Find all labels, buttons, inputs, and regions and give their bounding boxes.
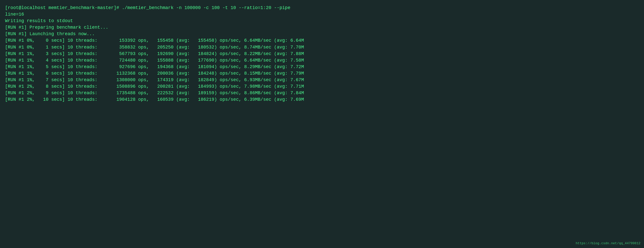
watermark: https://blog.csdn.net/qq_44799812 <box>576 241 640 246</box>
terminal-line-5: [RUN #1 0%, 0 secs] 10 threads: 153392 o… <box>5 37 639 44</box>
terminal-line-9: [RUN #1 1%, 5 secs] 10 threads: 927696 o… <box>5 64 639 70</box>
terminal-line-12: [RUN #1 2%, 8 secs] 10 threads: 1508896 … <box>5 83 639 90</box>
terminal-line-7: [RUN #1 1%, 3 secs] 10 threads: 567793 o… <box>5 51 639 57</box>
terminal-line-10: [RUN #1 1%, 6 secs] 10 threads: 1132368 … <box>5 70 639 77</box>
terminal-line-11: [RUN #1 1%, 7 secs] 10 threads: 1308000 … <box>5 77 639 83</box>
terminal-line-0: [root@localhost memtier_benchmark-master… <box>5 5 639 11</box>
terminal-line-13: [RUN #1 2%, 9 secs] 10 threads: 1735488 … <box>5 90 639 96</box>
terminal-line-6: [RUN #1 0%, 1 secs] 10 threads: 358832 o… <box>5 44 639 51</box>
terminal-line-1: line=16 <box>5 11 639 18</box>
terminal-line-2: Writing results to stdout <box>5 18 639 24</box>
terminal-line-14: [RUN #1 2%, 10 secs] 10 threads: 1904128… <box>5 96 639 103</box>
terminal-line-3: [RUN #1] Preparing benchmark client... <box>5 24 639 31</box>
terminal-output: [root@localhost memtier_benchmark-master… <box>5 5 639 103</box>
terminal-line-8: [RUN #1 1%, 4 secs] 10 threads: 724480 o… <box>5 57 639 64</box>
terminal-line-4: [RUN #1] Launching threads now... <box>5 31 639 37</box>
